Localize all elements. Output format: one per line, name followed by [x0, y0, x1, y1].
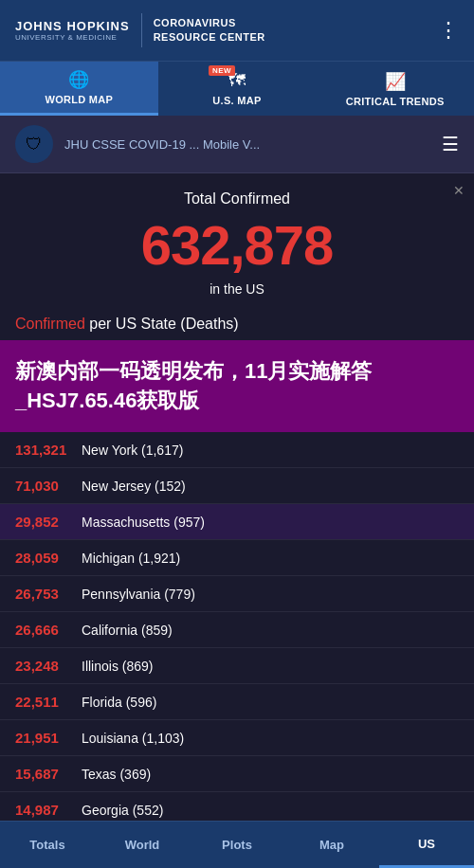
state-name: New Jersey (152)	[82, 479, 186, 494]
bottom-nav-item-totals[interactable]: Totals	[0, 822, 95, 868]
bottom-nav-item-us[interactable]: US	[379, 822, 474, 868]
tab-world-map[interactable]: 🌐 World Map	[0, 62, 158, 116]
state-name: New York (1,617)	[82, 443, 183, 458]
state-name: California (859)	[82, 623, 173, 638]
confirmed-label: Confirmed	[15, 316, 85, 332]
sub-header-menu-icon[interactable]: ☰	[442, 133, 459, 155]
bottom-nav-item-world[interactable]: World	[95, 822, 190, 868]
sub-header-logo: 🛡	[15, 125, 53, 163]
sub-header-text: JHU CSSE COVID-19 ... Mobile V...	[64, 137, 430, 152]
total-section: ✕ Total Confirmed 632,878 in the US	[0, 173, 474, 308]
header-left: JOHNS HOPKINS UNIVERSITY & MEDICINE CORO…	[15, 13, 265, 47]
state-name: Illinois (869)	[82, 659, 153, 674]
header-title: CORONAVIRUS RESOURCE CENTER	[154, 16, 265, 45]
tab-critical-trends[interactable]: 📈 Critical Trends	[316, 62, 474, 116]
bottom-nav-item-plots[interactable]: Plots	[190, 822, 284, 868]
app-header: JOHNS HOPKINS UNIVERSITY & MEDICINE CORO…	[0, 0, 474, 61]
state-number: 23,248	[15, 658, 82, 674]
header-menu-icon[interactable]: ⋮	[438, 18, 459, 43]
state-name: Michigan (1,921)	[82, 551, 180, 566]
nav-tabs: 🌐 World Map NEW 🗺 U.S. Map 📈 Critical Tr…	[0, 61, 474, 116]
state-row[interactable]: 15,687Texas (369)	[0, 756, 474, 792]
state-row[interactable]: 131,321New York (1,617)	[0, 432, 474, 468]
new-badge: NEW	[209, 65, 235, 76]
state-number: 28,059	[15, 550, 82, 566]
header-divider	[141, 13, 142, 47]
critical-trends-icon: 📈	[385, 71, 406, 92]
bottom-nav-item-map[interactable]: Map	[284, 822, 379, 868]
state-row[interactable]: 29,852Massachusetts (957)	[0, 504, 474, 540]
state-row[interactable]: 71,030New Jersey (152)	[0, 468, 474, 504]
state-name: Massachusetts (957)	[82, 515, 205, 530]
state-number: 131,321	[15, 442, 82, 458]
tab-us-map-label: U.S. Map	[212, 95, 261, 106]
bottom-nav: TotalsWorldPlotsMapUS	[0, 821, 474, 868]
total-label: Total Confirmed	[15, 190, 459, 208]
logo-sub-text: UNIVERSITY & MEDICINE	[15, 33, 130, 42]
state-row[interactable]: 26,753Pennsylvania (779)	[0, 576, 474, 612]
state-number: 29,852	[15, 514, 82, 530]
state-number: 14,987	[15, 802, 82, 818]
world-map-icon: 🌐	[68, 69, 89, 90]
tab-critical-trends-label: Critical Trends	[346, 96, 445, 107]
state-row[interactable]: 26,666California (859)	[0, 612, 474, 648]
state-row[interactable]: 28,059Michigan (1,921)	[0, 540, 474, 576]
sub-header: 🛡 JHU CSSE COVID-19 ... Mobile V... ☰	[0, 116, 474, 173]
logo-jhu-text: JOHNS HOPKINS	[15, 19, 130, 34]
state-name: Pennsylvania (779)	[82, 587, 195, 602]
state-name: Florida (596)	[82, 695, 156, 710]
state-number: 15,687	[15, 766, 82, 782]
tab-us-map[interactable]: NEW 🗺 U.S. Map	[158, 62, 317, 116]
state-number: 22,511	[15, 694, 82, 710]
state-row[interactable]: 23,248Illinois (869)	[0, 648, 474, 684]
main-content: ✕ Total Confirmed 632,878 in the US Conf…	[0, 173, 474, 868]
state-number: 26,666	[15, 622, 82, 638]
state-name: Texas (369)	[82, 767, 151, 782]
overlay-banner: 新澳内部一码透明发布，11月实施解答_HSJ7.65.46获取版	[0, 340, 474, 433]
confirmed-header: Confirmed per US State (Deaths)	[0, 308, 474, 340]
state-number: 26,753	[15, 586, 82, 602]
tab-world-map-label: World Map	[45, 94, 113, 105]
state-name: Louisiana (1,103)	[82, 731, 184, 746]
state-list: 131,321New York (1,617)71,030New Jersey …	[0, 432, 474, 868]
state-row[interactable]: 21,951Louisiana (1,103)	[0, 720, 474, 756]
jhu-logo: JOHNS HOPKINS UNIVERSITY & MEDICINE	[15, 19, 130, 43]
total-number: 632,878	[15, 215, 459, 276]
state-number: 21,951	[15, 730, 82, 746]
state-number: 71,030	[15, 478, 82, 494]
total-sublabel: in the US	[15, 281, 459, 297]
sub-logo-icon: 🛡	[26, 135, 43, 154]
close-icon[interactable]: ✕	[453, 183, 465, 198]
overlay-text: 新澳内部一码透明发布，11月实施解答_HSJ7.65.46获取版	[15, 357, 459, 416]
state-name: Georgia (552)	[82, 803, 163, 818]
confirmed-rest: per US State (Deaths)	[89, 316, 238, 332]
state-row[interactable]: 22,511Florida (596)	[0, 684, 474, 720]
